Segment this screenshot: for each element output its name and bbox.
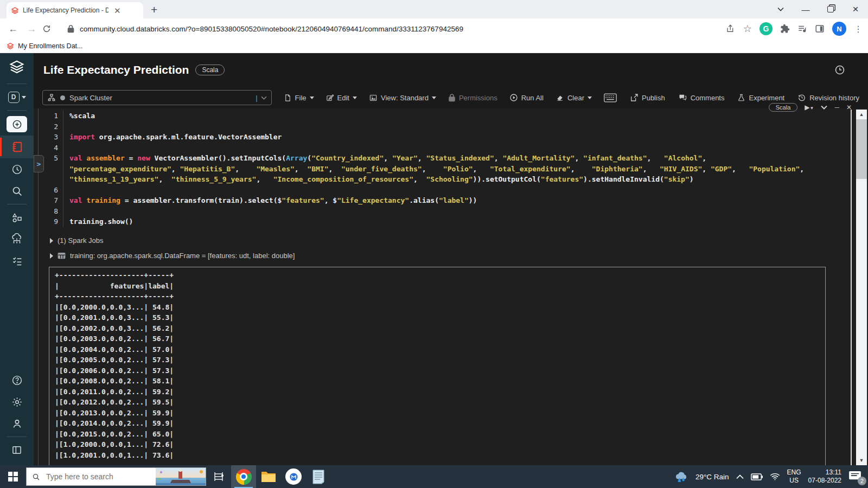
battery-icon[interactable]: [751, 473, 763, 480]
chrome-taskbar-button[interactable]: [231, 465, 256, 488]
publish-button[interactable]: Publish: [630, 93, 665, 102]
browser-menu-icon[interactable]: ⋮: [854, 24, 863, 34]
grammarly-extension-icon[interactable]: G: [760, 22, 773, 35]
forward-icon[interactable]: →: [24, 23, 39, 35]
vertical-scrollbar[interactable]: ▲ ▼: [856, 110, 867, 465]
create-button[interactable]: [7, 116, 27, 132]
revision-history-button[interactable]: Revision history: [797, 93, 859, 102]
edit-menu[interactable]: Edit: [326, 94, 357, 102]
output-line: |[1.0,2000.0,0.0,1...| 72.6|: [55, 439, 820, 450]
tray-chevron-icon[interactable]: [736, 474, 744, 479]
browser-tab-strip: Life Expectancy Prediction - Data ✕ + — …: [0, 0, 868, 18]
cluster-icon: [47, 93, 56, 102]
wifi-icon[interactable]: [770, 473, 780, 480]
sidebar-item-data[interactable]: [0, 207, 34, 228]
cluster-name: Spark Cluster: [69, 94, 112, 102]
minimize-button[interactable]: —: [793, 0, 818, 18]
account-icon[interactable]: [0, 413, 34, 434]
new-tab-button[interactable]: +: [151, 3, 157, 16]
sidebar-item-workspace-active[interactable]: [0, 136, 34, 158]
action-center-button[interactable]: 2: [848, 471, 863, 483]
output-line: +--------------------+-----+: [55, 270, 820, 281]
shortcuts-keyboard-icon[interactable]: [604, 93, 617, 102]
file-explorer-button[interactable]: [256, 465, 281, 488]
pinned-app-button[interactable]: [281, 465, 306, 488]
code-lines: 1%scala2 3import org.apache.spark.ml.fea…: [46, 111, 833, 227]
share-icon[interactable]: [726, 24, 736, 34]
restore-button[interactable]: [818, 0, 843, 18]
last-edit-clock-icon[interactable]: [834, 65, 845, 75]
code-line: "thinness_1_19_years", "thinness_5_9_yea…: [46, 174, 833, 185]
output-line: |[0.0,2013.0,0.0,2...| 59.9|: [55, 408, 820, 419]
scroll-down-icon[interactable]: ▼: [859, 455, 864, 465]
sidebar-item-recents[interactable]: [0, 158, 34, 180]
code-line: "percentage_expenditure", "Hepatitis_B",…: [46, 164, 833, 175]
code-line: 6: [46, 185, 833, 196]
weather-text[interactable]: 29°C Rain: [695, 473, 729, 481]
extensions-puzzle-icon[interactable]: [780, 24, 790, 34]
output-table[interactable]: +--------------------+-----+| features|l…: [49, 267, 826, 465]
output-line: |[0.0,2003.0,0.0,2...| 56.7|: [55, 333, 820, 344]
collapse-sidebar-icon[interactable]: [0, 439, 34, 461]
code-line: 4: [46, 143, 833, 153]
minimize-cell-icon[interactable]: ─: [834, 104, 839, 111]
comments-button[interactable]: Comments: [678, 93, 725, 102]
clock-date[interactable]: 13:1107-08-2022: [808, 468, 841, 485]
clear-menu[interactable]: Clear: [556, 94, 592, 102]
run-all-button[interactable]: Run All: [509, 93, 544, 102]
flask-icon: [737, 93, 745, 102]
sidebar-item-search[interactable]: [0, 180, 34, 202]
notebook-toolbar: Spark Cluster | File Edit View: Standard…: [34, 87, 868, 108]
side-panel-icon[interactable]: [815, 24, 825, 34]
scrollbar-thumb[interactable]: [856, 119, 867, 179]
close-button[interactable]: ×: [843, 0, 868, 18]
bookmark-star-icon[interactable]: ☆: [743, 23, 752, 35]
taskbar-search[interactable]: [26, 467, 206, 486]
tab-search-chevron-icon[interactable]: [768, 0, 793, 18]
output-line: |[0.0,2012.0,0.0,2...| 59.5|: [55, 397, 820, 408]
run-cell-icon[interactable]: ▶▼: [805, 104, 814, 111]
reload-icon[interactable]: [42, 24, 58, 33]
notification-badge: 2: [858, 477, 866, 485]
start-button[interactable]: [0, 465, 26, 488]
sidebar-item-workflows[interactable]: [0, 250, 34, 272]
cell-chevron-down-icon[interactable]: [821, 105, 827, 110]
sidebar-workspace-switcher[interactable]: D: [0, 86, 34, 108]
delete-cell-icon[interactable]: ✕: [846, 104, 852, 111]
output-line: |[1.0,2001.0,0.0,1...| 73.6|: [55, 450, 820, 461]
view-menu[interactable]: View: Standard: [369, 94, 436, 102]
bookmark-favicon: [7, 42, 14, 50]
help-icon[interactable]: [0, 369, 34, 391]
url-text[interactable]: community.cloud.databricks.com/?o=890153…: [80, 25, 463, 33]
output-line: |[0.0,2008.0,0.0,2...| 58.1|: [55, 376, 820, 387]
notepad-button[interactable]: [306, 465, 331, 488]
profile-avatar[interactable]: N: [832, 22, 846, 36]
code-cell[interactable]: 1%scala2 3import org.apache.spark.ml.fea…: [46, 111, 833, 227]
databricks-logo-icon[interactable]: [0, 53, 34, 81]
training-dataframe-toggle[interactable]: training: org.apache.spark.sql.DataFrame…: [50, 252, 295, 260]
notebook-language-badge[interactable]: Scala: [195, 65, 225, 75]
expand-triangle-icon: [50, 238, 53, 243]
permissions-button[interactable]: Permissions: [448, 94, 497, 102]
bookmark-item[interactable]: My Enrollments Dat...: [18, 42, 82, 50]
spark-jobs-toggle[interactable]: (1) Spark Jobs: [50, 236, 104, 245]
code-line: 2: [46, 121, 833, 132]
back-icon[interactable]: ←: [5, 23, 21, 35]
app-circle-icon: [285, 468, 302, 485]
language-indicator[interactable]: ENGUS: [787, 468, 801, 485]
browser-tab[interactable]: Life Expectancy Prediction - Data ✕: [7, 2, 143, 18]
expand-panel-handle[interactable]: >: [34, 155, 44, 172]
cell-language-badge[interactable]: Scala: [769, 103, 798, 112]
playlist-extension-icon[interactable]: [797, 24, 807, 34]
padlock-icon[interactable]: [67, 25, 74, 33]
settings-gear-icon[interactable]: [0, 391, 34, 413]
scroll-up-icon[interactable]: ▲: [859, 110, 864, 119]
task-view-button[interactable]: [206, 465, 231, 488]
windows-taskbar: 29°C Rain ENGUS 13:1107-08-2022 2: [0, 465, 868, 488]
file-menu[interactable]: File: [284, 94, 314, 102]
run-all-icon: [509, 93, 518, 102]
cluster-selector[interactable]: Spark Cluster |: [42, 90, 272, 105]
experiment-button[interactable]: Experiment: [737, 93, 784, 102]
tab-close-icon[interactable]: ✕: [112, 7, 123, 15]
sidebar-item-compute[interactable]: [0, 228, 34, 250]
